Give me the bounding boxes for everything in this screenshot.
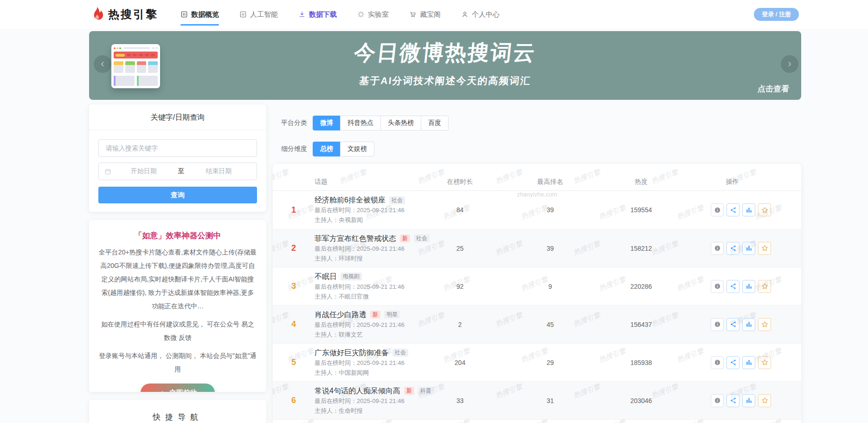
share-button[interactable] bbox=[727, 280, 739, 293]
info-button[interactable] bbox=[711, 394, 724, 407]
topic-title[interactable]: 肖战任少白路透 bbox=[315, 310, 366, 319]
platform-tab-douyin[interactable]: 抖音热点 bbox=[340, 116, 381, 130]
table-row[interactable]: 1 经济舱前6排全被锁座 社会 最后在榜时间：2025-09-21 21:46 … bbox=[273, 191, 801, 229]
heat-value: 156437 bbox=[596, 321, 687, 328]
banner-cta-link[interactable]: 点击查看 bbox=[757, 84, 790, 94]
share-button[interactable] bbox=[727, 203, 739, 216]
favorite-star-button[interactable] bbox=[758, 356, 771, 369]
info-button[interactable] bbox=[711, 356, 724, 369]
dimension-tab-entertainment[interactable]: 文娱榜 bbox=[340, 142, 374, 156]
dimension-filter-row: 细分维度 总榜 文娱榜 bbox=[273, 142, 801, 156]
table-row[interactable]: 7 徐明浩音乐节出图 新 明星 最后在榜时间： 主持人： bbox=[273, 419, 801, 423]
info-button[interactable] bbox=[711, 280, 724, 293]
category-badge: 明星 bbox=[384, 311, 400, 319]
topic-title[interactable]: 不眠日 bbox=[315, 272, 337, 281]
share-button[interactable] bbox=[727, 356, 739, 369]
row-actions bbox=[687, 203, 801, 216]
star-icon bbox=[761, 320, 769, 328]
rank-number: 4 bbox=[291, 319, 296, 329]
share-button[interactable] bbox=[727, 242, 739, 255]
last-on-board-time: 最后在榜时间：2025-09-21 21:46 bbox=[315, 245, 415, 253]
share-button[interactable] bbox=[727, 318, 739, 331]
platform-tab-toutiao[interactable]: 头条热榜 bbox=[380, 116, 421, 130]
end-date-placeholder[interactable]: 结束日期 bbox=[186, 167, 251, 176]
main-panel: 平台分类 微博 抖音热点 头条热榜 百度 细分维度 总榜 文娱榜 话题 在榜时长… bbox=[273, 104, 801, 423]
share-icon bbox=[729, 282, 737, 290]
grid-icon bbox=[180, 11, 188, 18]
new-badge: 新 bbox=[370, 311, 380, 319]
info-button[interactable] bbox=[711, 203, 724, 216]
date-range-picker[interactable]: 开始日期 至 结束日期 bbox=[98, 163, 257, 180]
host-line: 主持人：不眠日官微 bbox=[315, 293, 415, 301]
topic-title[interactable]: 广东做好巨灾防御准备 bbox=[315, 348, 389, 358]
info-icon bbox=[714, 206, 721, 214]
best-rank-value: 31 bbox=[505, 397, 596, 404]
favorite-star-button[interactable] bbox=[758, 394, 771, 407]
favorite-star-button[interactable] bbox=[758, 280, 771, 293]
nav-label: 数据下载 bbox=[309, 10, 337, 19]
favorite-star-button[interactable] bbox=[758, 203, 771, 216]
banner-subtitle: 基于AI分词技术阐述今天的高频词汇 bbox=[89, 74, 801, 87]
keyword-input[interactable] bbox=[98, 139, 257, 157]
rank-cell: 6 bbox=[273, 396, 315, 405]
carousel-next-button[interactable] bbox=[781, 55, 798, 73]
topic-title[interactable]: 经济舱前6排全被锁座 bbox=[315, 195, 386, 205]
start-date-placeholder[interactable]: 开始日期 bbox=[111, 167, 176, 176]
banner-title: 今日微博热搜词云 bbox=[89, 40, 801, 65]
star-icon bbox=[761, 206, 769, 214]
topic-title[interactable]: 菲军方宣布红色警戒状态 bbox=[315, 234, 396, 243]
topic-title[interactable]: 常说4句话的人痴呆倾向高 bbox=[315, 386, 400, 396]
row-actions bbox=[687, 394, 801, 407]
chart-button[interactable] bbox=[742, 242, 755, 255]
platform-tab-weibo[interactable]: 微博 bbox=[313, 116, 341, 130]
nav-item-ai[interactable]: 人工智能 bbox=[239, 7, 278, 21]
table-row[interactable]: 6 常说4句话的人痴呆倾向高 新 科普 最后在榜时间：2025-09-21 21… bbox=[273, 381, 801, 419]
nav-item-profile[interactable]: 个人中心 bbox=[461, 7, 500, 21]
favorite-star-button[interactable] bbox=[758, 242, 771, 255]
nav-label: 个人中心 bbox=[472, 10, 500, 19]
platform-tab-baidu[interactable]: 百度 bbox=[421, 116, 449, 130]
info-button[interactable] bbox=[711, 242, 724, 255]
main-nav: 数据概览 人工智能 数据下载 实验室 藏宝阁 个人中心 bbox=[180, 7, 500, 21]
last-on-board-time: 最后在榜时间：2025-09-21 21:46 bbox=[315, 359, 415, 367]
chart-button[interactable] bbox=[742, 203, 755, 216]
table-row[interactable]: 5 广东做好巨灾防御准备 社会 最后在榜时间：2025-09-21 21:46 … bbox=[273, 343, 801, 381]
table-row[interactable]: 2 菲军方宣布红色警戒状态 新 社会 最后在榜时间：2025-09-21 21:… bbox=[273, 229, 801, 267]
chart-button[interactable] bbox=[742, 280, 755, 293]
favorite-star-button[interactable] bbox=[758, 318, 771, 331]
cart-icon bbox=[409, 11, 417, 18]
rank-cell: 3 bbox=[273, 281, 315, 291]
hero-banner[interactable]: 今日微博热搜词云 基于AI分词技术阐述今天的高频词汇 点击查看 bbox=[89, 31, 801, 100]
nav-item-data-download[interactable]: 数据下载 bbox=[298, 7, 337, 21]
table-row[interactable]: 4 肖战任少白路透 新 明星 最后在榜时间：2025-09-21 21:46 主… bbox=[273, 305, 801, 343]
nav-label: 人工智能 bbox=[250, 10, 278, 19]
query-button[interactable]: 查询 bbox=[98, 187, 257, 203]
nav-item-lab[interactable]: 实验室 bbox=[357, 7, 389, 21]
dimension-tab-total[interactable]: 总榜 bbox=[313, 142, 341, 156]
best-rank-value: 45 bbox=[505, 321, 596, 328]
promo-paragraph-2: 如在使用过程中有任何建议或意见， 可在公众号 易之数微 反馈 bbox=[98, 318, 257, 345]
nav-label: 数据概览 bbox=[191, 10, 219, 19]
share-button[interactable] bbox=[727, 394, 739, 407]
rank-cell: 5 bbox=[273, 358, 315, 367]
quick-nav-card: 快捷导航 bbox=[89, 400, 266, 423]
nav-item-treasure[interactable]: 藏宝阁 bbox=[409, 7, 441, 21]
brand-logo[interactable]: 热搜引擎 bbox=[90, 7, 158, 22]
go-now-button[interactable]: 立即前往 bbox=[141, 384, 215, 392]
carousel-prev-button[interactable] bbox=[94, 55, 111, 73]
flame-icon bbox=[90, 7, 103, 22]
chevron-left-icon bbox=[99, 60, 106, 68]
promo-title: 「如意」效率神器公测中 bbox=[98, 230, 257, 241]
promo-paragraph-3: 登录账号与本站通用， 公测期间， 本站会员与"如意"通用 bbox=[98, 349, 257, 376]
rank-number: 6 bbox=[291, 396, 296, 405]
category-badge: 科普 bbox=[418, 387, 434, 395]
last-on-board-time: 最后在榜时间：2025-09-21 21:46 bbox=[315, 321, 415, 329]
login-register-button[interactable]: 登录 / 注册 bbox=[754, 8, 799, 21]
chart-button[interactable] bbox=[742, 356, 755, 369]
chart-button[interactable] bbox=[742, 394, 755, 407]
chart-button[interactable] bbox=[742, 318, 755, 331]
info-button[interactable] bbox=[711, 318, 724, 331]
table-row[interactable]: 3 不眠日 电视剧 最后在榜时间：2025-09-21 21:46 主持人：不眠… bbox=[273, 267, 801, 305]
nav-item-data-overview[interactable]: 数据概览 bbox=[180, 7, 219, 21]
download-icon bbox=[298, 11, 306, 18]
